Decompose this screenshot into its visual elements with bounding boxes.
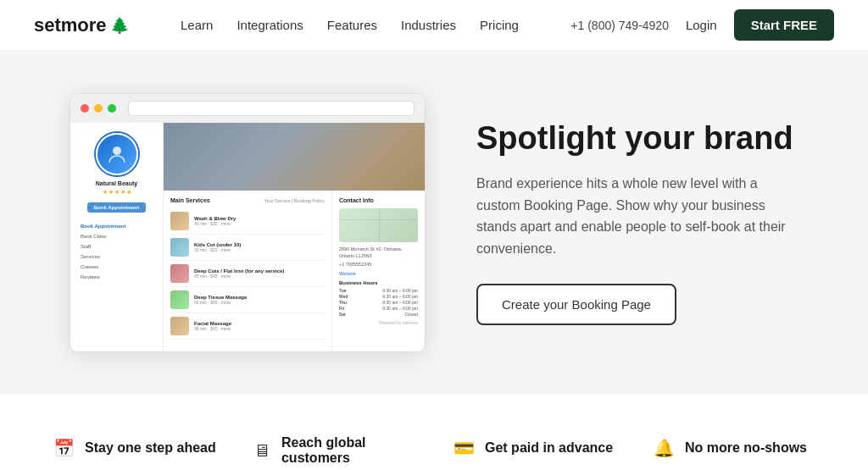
hours-row: Tue9:30 am – 6:00 pm	[339, 288, 418, 293]
window-dot-green	[108, 104, 116, 113]
feature-title: Reach global customers	[281, 435, 417, 466]
feature-list: 📅 Stay one step ahead Share your online …	[51, 435, 817, 470]
cta-button[interactable]: Create your Booking Page	[476, 284, 676, 325]
payment-icon: 💳	[451, 435, 476, 461]
svg-point-0	[113, 147, 121, 155]
hero-description: Brand experience hits a whole new level …	[476, 173, 798, 259]
nav-item-learn[interactable]: Learn	[181, 18, 213, 32]
contact-website: Website	[339, 271, 418, 276]
hours-day: Thu	[339, 300, 347, 305]
calendar-icon: 📅	[51, 435, 76, 461]
mockup-avatar	[96, 133, 138, 175]
header: setmore 🌲 LearnIntegrationsFeaturesIndus…	[0, 0, 868, 51]
mockup-book-btn: Book Appointment	[87, 202, 146, 213]
mockup-service-item: Wash & Blow Dry 30 min · $30 · more	[170, 208, 325, 235]
mockup-breadcrumb: Your Service | Booking Policy	[264, 198, 325, 203]
service-info: Deep Cuts / Flat Iron (for any service) …	[194, 268, 325, 279]
hero-title: Spotlight your brand	[476, 120, 798, 158]
service-info: Facial Massage 30 min · $45 · more	[194, 321, 325, 331]
bell-icon: 🔔	[651, 435, 676, 461]
feature-item: 🔔 No more no-shows Let Setmore fire out …	[651, 435, 817, 470]
service-info: Deep Tissue Massage 50 min · $85 · more	[194, 295, 325, 305]
nav-item-industries[interactable]: Industries	[401, 18, 456, 32]
hours-time: 9:30 am – 6:00 pm	[382, 306, 418, 311]
contact-map	[339, 208, 418, 242]
mockup-nav-book: Book Appointment	[70, 221, 163, 231]
mockup-main-area: Main Services Your Service | Booking Pol…	[164, 123, 425, 351]
mockup-nav-services: Services	[70, 252, 163, 262]
main-nav: LearnIntegrationsFeaturesIndustriesPrici…	[181, 18, 519, 32]
feature-item: 📅 Stay one step ahead Share your online …	[51, 435, 217, 470]
nav-item-pricing[interactable]: Pricing	[480, 18, 519, 32]
mockup-service-list: Wash & Blow Dry 30 min · $30 · more Kids…	[170, 208, 325, 340]
hours-row: Wed9:30 am – 6:00 pm	[339, 294, 418, 299]
hours-row: Thu9:30 am – 6:00 pm	[339, 300, 418, 305]
mockup-services-panel: Main Services Your Service | Booking Pol…	[164, 191, 331, 351]
feature-icon-row: 🔔 No more no-shows	[651, 435, 817, 461]
booking-page-mockup: Natural Beauty ★ ★ ★ ★ ★ Book Appointmen…	[70, 93, 426, 352]
contact-address: 2690 Monarch St #2, Oshawa, Ontario L1J5…	[339, 246, 418, 259]
hours-day: Tue	[339, 288, 347, 293]
hours-list: Tue9:30 am – 6:00 pmWed9:30 am – 6:00 pm…	[339, 288, 418, 317]
service-meta: 30 min · $22 · more	[194, 247, 325, 252]
mockup-titlebar	[70, 94, 425, 123]
mockup-urlbar	[128, 101, 415, 116]
logo[interactable]: setmore 🌲	[34, 14, 129, 36]
phone-number: +1 (800) 749-4920	[570, 19, 669, 32]
mockup-contact-panel: Contact Info 2690 Monarch St #2, Oshawa,…	[331, 191, 425, 351]
hours-day: Fri	[339, 306, 344, 311]
contact-title: Contact Info	[339, 197, 418, 203]
mockup-banner-overlay	[164, 123, 425, 191]
feature-icon-row: 💳 Get paid in advance	[451, 435, 617, 461]
mockup-banner-image	[164, 123, 425, 191]
hours-time: 9:30 am – 6:00 pm	[382, 288, 418, 293]
login-button[interactable]: Login	[686, 18, 717, 32]
service-thumb	[170, 264, 189, 283]
feature-item: 💳 Get paid in advance Forget about chasi…	[451, 435, 617, 470]
hours-row: Fri9:30 am – 6:00 pm	[339, 306, 418, 311]
hours-time: Closed	[404, 312, 418, 317]
service-info: Wash & Blow Dry 30 min · $30 · more	[194, 216, 325, 226]
service-meta: 45 min · $45 · more	[194, 274, 325, 279]
hero-section: Natural Beauty ★ ★ ★ ★ ★ Book Appointmen…	[0, 51, 868, 395]
feature-title: Get paid in advance	[485, 440, 613, 456]
hours-day: Sat	[339, 312, 346, 317]
hero-text: Spotlight your brand Brand experience hi…	[476, 120, 798, 324]
feature-title: No more no-shows	[685, 440, 807, 456]
window-dot-red	[81, 104, 89, 113]
feature-icon-row: 🖥 Reach global customers	[251, 435, 417, 466]
nav-item-integrations[interactable]: Integrations	[236, 18, 303, 32]
header-actions: +1 (800) 749-4920 Login Start FREE	[570, 9, 834, 41]
mockup-service-item: Deep Cuts / Flat Iron (for any service) …	[170, 261, 325, 287]
hours-time: 9:30 am – 6:00 pm	[382, 300, 418, 305]
start-free-button[interactable]: Start FREE	[734, 9, 834, 41]
service-meta: 30 min · $45 · more	[194, 326, 325, 331]
video-icon: 🖥	[251, 438, 273, 463]
map-grid-v	[379, 208, 380, 242]
feature-title: Stay one step ahead	[85, 440, 216, 456]
mockup-stars: ★ ★ ★ ★ ★	[103, 189, 131, 196]
contact-phone: +1 7085552345	[339, 262, 418, 268]
hours-row: SatClosed	[339, 312, 418, 317]
service-meta: 30 min · $30 · more	[194, 221, 325, 226]
window-dot-yellow	[94, 104, 103, 113]
service-thumb	[170, 317, 189, 335]
logo-text: setmore	[34, 14, 107, 36]
service-thumb	[170, 238, 189, 257]
hours-day: Wed	[339, 294, 348, 299]
mockup-section-header: Main Services Your Service | Booking Pol…	[170, 197, 325, 203]
mockup-content-area: Main Services Your Service | Booking Pol…	[164, 191, 425, 351]
service-thumb	[170, 212, 189, 230]
mockup-biz-name: Natural Beauty	[96, 180, 137, 186]
mockup-nav-class: Book Class	[70, 231, 163, 241]
features-section: 📅 Stay one step ahead Share your online …	[0, 395, 868, 470]
mockup-sidebar: Natural Beauty ★ ★ ★ ★ ★ Book Appointmen…	[70, 123, 164, 351]
logo-tree-icon: 🌲	[110, 16, 129, 35]
service-info: Kids Cut (under 10) 30 min · $22 · more	[194, 242, 325, 252]
mockup-service-item: Kids Cut (under 10) 30 min · $22 · more	[170, 235, 325, 261]
mockup-nav-reviews: Reviews	[70, 272, 163, 282]
nav-item-features[interactable]: Features	[327, 18, 377, 32]
powered-by: Powered by setmore	[339, 320, 418, 325]
mockup-body: Natural Beauty ★ ★ ★ ★ ★ Book Appointmen…	[70, 123, 425, 351]
mockup-service-item: Facial Massage 30 min · $45 · more	[170, 313, 325, 340]
